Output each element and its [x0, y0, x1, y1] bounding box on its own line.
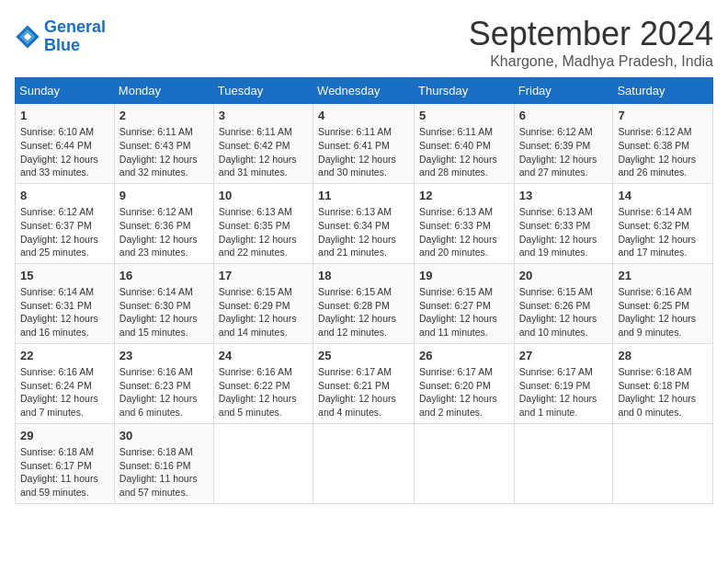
col-header-saturday: Saturday — [613, 78, 713, 104]
calendar-cell — [514, 423, 613, 503]
calendar-cell: 17Sunrise: 6:15 AM Sunset: 6:29 PM Dayli… — [213, 263, 313, 343]
calendar-cell: 6Sunrise: 6:12 AM Sunset: 6:39 PM Daylig… — [514, 104, 613, 184]
day-number: 6 — [519, 108, 609, 124]
week-row-4: 22Sunrise: 6:16 AM Sunset: 6:24 PM Dayli… — [16, 343, 713, 423]
day-number: 26 — [419, 348, 509, 364]
calendar-cell: 27Sunrise: 6:17 AM Sunset: 6:19 PM Dayli… — [514, 343, 613, 423]
day-number: 15 — [20, 268, 109, 284]
day-number: 5 — [419, 108, 509, 124]
day-info: Sunrise: 6:15 AM Sunset: 6:26 PM Dayligh… — [519, 285, 609, 339]
day-info: Sunrise: 6:13 AM Sunset: 6:33 PM Dayligh… — [519, 205, 609, 259]
calendar-cell: 26Sunrise: 6:17 AM Sunset: 6:20 PM Dayli… — [415, 343, 515, 423]
week-row-1: 1Sunrise: 6:10 AM Sunset: 6:44 PM Daylig… — [16, 104, 713, 184]
calendar-cell: 14Sunrise: 6:14 AM Sunset: 6:32 PM Dayli… — [613, 183, 713, 263]
col-header-friday: Friday — [514, 78, 613, 104]
calendar-cell — [415, 423, 515, 503]
calendar-cell: 15Sunrise: 6:14 AM Sunset: 6:31 PM Dayli… — [16, 263, 115, 343]
day-number: 4 — [318, 108, 409, 124]
calendar-subtitle: Khargone, Madhya Pradesh, India — [469, 53, 713, 70]
day-number: 29 — [20, 428, 109, 444]
calendar-cell: 25Sunrise: 6:17 AM Sunset: 6:21 PM Dayli… — [313, 343, 415, 423]
day-info: Sunrise: 6:14 AM Sunset: 6:31 PM Dayligh… — [20, 285, 109, 339]
calendar-cell: 12Sunrise: 6:13 AM Sunset: 6:33 PM Dayli… — [415, 183, 515, 263]
col-header-tuesday: Tuesday — [213, 78, 313, 104]
page-header: General Blue September 2024 Khargone, Ma… — [15, 15, 713, 70]
day-number: 3 — [219, 108, 308, 124]
week-row-5: 29Sunrise: 6:18 AM Sunset: 6:17 PM Dayli… — [16, 423, 713, 503]
calendar-cell: 30Sunrise: 6:18 AM Sunset: 6:16 PM Dayli… — [114, 423, 213, 503]
day-info: Sunrise: 6:12 AM Sunset: 6:38 PM Dayligh… — [618, 125, 708, 179]
col-header-sunday: Sunday — [16, 78, 115, 104]
calendar-cell: 13Sunrise: 6:13 AM Sunset: 6:33 PM Dayli… — [514, 183, 613, 263]
day-number: 27 — [519, 348, 609, 364]
day-number: 19 — [419, 268, 509, 284]
calendar-table: SundayMondayTuesdayWednesdayThursdayFrid… — [15, 77, 713, 504]
day-info: Sunrise: 6:16 AM Sunset: 6:25 PM Dayligh… — [618, 285, 708, 339]
day-number: 17 — [219, 268, 308, 284]
col-header-wednesday: Wednesday — [313, 78, 415, 104]
week-row-3: 15Sunrise: 6:14 AM Sunset: 6:31 PM Dayli… — [16, 263, 713, 343]
day-number: 23 — [119, 348, 209, 364]
logo-icon — [15, 24, 40, 50]
calendar-cell: 10Sunrise: 6:13 AM Sunset: 6:35 PM Dayli… — [213, 183, 313, 263]
calendar-cell: 11Sunrise: 6:13 AM Sunset: 6:34 PM Dayli… — [313, 183, 415, 263]
day-number: 21 — [618, 268, 708, 284]
day-number: 28 — [618, 348, 708, 364]
day-number: 2 — [119, 108, 209, 124]
day-number: 1 — [20, 108, 109, 124]
calendar-cell: 5Sunrise: 6:11 AM Sunset: 6:40 PM Daylig… — [415, 104, 515, 184]
day-number: 8 — [20, 188, 109, 204]
day-info: Sunrise: 6:11 AM Sunset: 6:42 PM Dayligh… — [219, 125, 308, 179]
col-header-monday: Monday — [114, 78, 213, 104]
calendar-cell: 23Sunrise: 6:16 AM Sunset: 6:23 PM Dayli… — [114, 343, 213, 423]
title-block: September 2024 Khargone, Madhya Pradesh,… — [469, 15, 713, 70]
day-info: Sunrise: 6:12 AM Sunset: 6:37 PM Dayligh… — [20, 205, 109, 259]
calendar-header-row: SundayMondayTuesdayWednesdayThursdayFrid… — [16, 78, 713, 104]
day-number: 14 — [618, 188, 708, 204]
calendar-cell — [313, 423, 415, 503]
calendar-cell: 24Sunrise: 6:16 AM Sunset: 6:22 PM Dayli… — [213, 343, 313, 423]
calendar-cell: 20Sunrise: 6:15 AM Sunset: 6:26 PM Dayli… — [514, 263, 613, 343]
calendar-cell: 21Sunrise: 6:16 AM Sunset: 6:25 PM Dayli… — [613, 263, 713, 343]
day-info: Sunrise: 6:17 AM Sunset: 6:20 PM Dayligh… — [419, 365, 509, 419]
day-info: Sunrise: 6:16 AM Sunset: 6:24 PM Dayligh… — [20, 365, 109, 419]
day-number: 24 — [219, 348, 308, 364]
day-number: 9 — [119, 188, 209, 204]
calendar-cell: 18Sunrise: 6:15 AM Sunset: 6:28 PM Dayli… — [313, 263, 415, 343]
day-number: 20 — [519, 268, 609, 284]
calendar-cell: 8Sunrise: 6:12 AM Sunset: 6:37 PM Daylig… — [16, 183, 115, 263]
day-number: 22 — [20, 348, 109, 364]
calendar-cell — [613, 423, 713, 503]
day-number: 11 — [318, 188, 409, 204]
calendar-cell: 3Sunrise: 6:11 AM Sunset: 6:42 PM Daylig… — [213, 104, 313, 184]
day-number: 30 — [119, 428, 209, 444]
calendar-cell: 28Sunrise: 6:18 AM Sunset: 6:18 PM Dayli… — [613, 343, 713, 423]
day-info: Sunrise: 6:13 AM Sunset: 6:34 PM Dayligh… — [318, 205, 409, 259]
day-info: Sunrise: 6:11 AM Sunset: 6:40 PM Dayligh… — [419, 125, 509, 179]
logo-text: General Blue — [44, 18, 106, 55]
day-info: Sunrise: 6:15 AM Sunset: 6:29 PM Dayligh… — [219, 285, 308, 339]
day-info: Sunrise: 6:12 AM Sunset: 6:39 PM Dayligh… — [519, 125, 609, 179]
day-info: Sunrise: 6:17 AM Sunset: 6:19 PM Dayligh… — [519, 365, 609, 419]
day-info: Sunrise: 6:18 AM Sunset: 6:17 PM Dayligh… — [20, 445, 109, 500]
week-row-2: 8Sunrise: 6:12 AM Sunset: 6:37 PM Daylig… — [16, 183, 713, 263]
day-info: Sunrise: 6:11 AM Sunset: 6:43 PM Dayligh… — [119, 125, 209, 179]
calendar-cell: 7Sunrise: 6:12 AM Sunset: 6:38 PM Daylig… — [613, 104, 713, 184]
calendar-cell: 22Sunrise: 6:16 AM Sunset: 6:24 PM Dayli… — [16, 343, 115, 423]
day-info: Sunrise: 6:13 AM Sunset: 6:35 PM Dayligh… — [219, 205, 308, 259]
day-info: Sunrise: 6:15 AM Sunset: 6:28 PM Dayligh… — [318, 285, 409, 339]
calendar-body: 1Sunrise: 6:10 AM Sunset: 6:44 PM Daylig… — [16, 104, 713, 504]
calendar-cell: 2Sunrise: 6:11 AM Sunset: 6:43 PM Daylig… — [114, 104, 213, 184]
calendar-cell: 16Sunrise: 6:14 AM Sunset: 6:30 PM Dayli… — [114, 263, 213, 343]
calendar-cell: 1Sunrise: 6:10 AM Sunset: 6:44 PM Daylig… — [16, 104, 115, 184]
day-info: Sunrise: 6:15 AM Sunset: 6:27 PM Dayligh… — [419, 285, 509, 339]
day-number: 12 — [419, 188, 509, 204]
day-info: Sunrise: 6:10 AM Sunset: 6:44 PM Dayligh… — [20, 125, 109, 179]
day-info: Sunrise: 6:14 AM Sunset: 6:32 PM Dayligh… — [618, 205, 708, 259]
day-number: 18 — [318, 268, 409, 284]
day-info: Sunrise: 6:17 AM Sunset: 6:21 PM Dayligh… — [318, 365, 409, 419]
day-info: Sunrise: 6:16 AM Sunset: 6:23 PM Dayligh… — [119, 365, 209, 419]
calendar-cell: 19Sunrise: 6:15 AM Sunset: 6:27 PM Dayli… — [415, 263, 515, 343]
day-info: Sunrise: 6:11 AM Sunset: 6:41 PM Dayligh… — [318, 125, 409, 179]
day-info: Sunrise: 6:12 AM Sunset: 6:36 PM Dayligh… — [119, 205, 209, 259]
